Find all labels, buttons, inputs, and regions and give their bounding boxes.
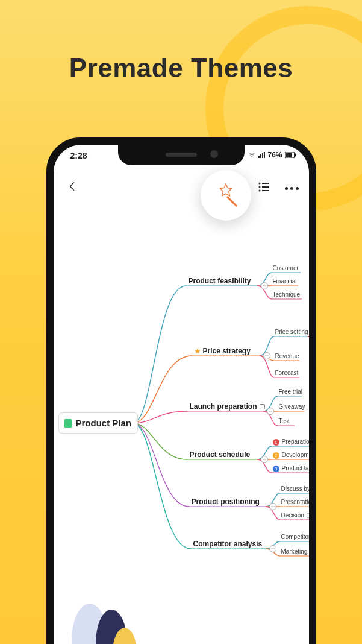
leaf-node[interactable]: Price setting	[275, 329, 308, 336]
leaf-node[interactable]: Decision	[281, 512, 309, 519]
leaf-node[interactable]: Competitor info	[281, 534, 309, 541]
signal-icon	[258, 152, 265, 158]
leaf-node[interactable]: 3Product launch	[273, 465, 309, 473]
leaf-node[interactable]: 1Preparation	[273, 438, 309, 446]
leaf-node[interactable]: Test	[279, 418, 290, 425]
expander-icon[interactable]	[269, 503, 276, 510]
svg-point-8	[258, 190, 260, 192]
chevron-left-icon	[66, 180, 79, 193]
star-icon: ★	[195, 347, 201, 355]
leaf-node[interactable]: Marketing research	[281, 548, 309, 555]
svg-point-6	[258, 186, 260, 188]
branch-product-positioning[interactable]: Product positioning	[192, 497, 260, 506]
leaf-node[interactable]: Presentation	[281, 499, 309, 506]
leaf-node[interactable]: Financial	[273, 278, 297, 285]
headline-area: Premade Themes	[0, 49, 362, 87]
note-icon	[307, 513, 309, 518]
status-right: 76%	[248, 151, 295, 159]
root-label: Product Plan	[76, 418, 132, 428]
priority-2-icon: 2	[273, 452, 279, 459]
page-title: Premade Themes	[67, 49, 295, 87]
branch-product-feasibility[interactable]: Product feasibility	[189, 277, 251, 285]
dot-icon	[296, 187, 299, 190]
priority-3-icon: 3	[273, 466, 279, 472]
svg-line-3	[227, 197, 236, 206]
svg-rect-2	[295, 154, 296, 157]
leaf-node[interactable]: Discuss by team	[281, 485, 309, 493]
dot-icon	[285, 187, 288, 190]
svg-point-4	[258, 183, 260, 185]
expander-icon[interactable]	[261, 456, 268, 463]
branch-competitor-analysis[interactable]: Competitor analysis	[193, 540, 263, 548]
branch-product-schedule[interactable]: Product schedule	[190, 450, 251, 459]
branch-price-strategy[interactable]: ★Price strategy	[195, 347, 251, 355]
expander-icon[interactable]	[269, 545, 276, 552]
status-battery: 76%	[267, 151, 282, 159]
leaf-node[interactable]: 2Development	[273, 452, 309, 459]
theme-wand-fab[interactable]	[201, 170, 251, 221]
mindmap-root-node[interactable]: Product Plan	[58, 412, 139, 434]
leaf-node[interactable]: Free trial	[279, 388, 302, 396]
leaf-node[interactable]: Revenue	[275, 353, 299, 360]
note-icon	[260, 404, 265, 409]
expander-icon[interactable]	[261, 282, 268, 289]
dot-icon	[290, 187, 293, 190]
notes-icon	[64, 419, 72, 428]
svg-rect-1	[286, 153, 292, 157]
app-top-bar	[54, 171, 309, 213]
leaf-node[interactable]: Technique	[273, 291, 301, 298]
expander-icon[interactable]	[267, 408, 274, 415]
branch-launch-preparation[interactable]: Launch preparation	[190, 402, 265, 411]
status-time: 2:28	[70, 151, 87, 160]
list-icon	[257, 180, 272, 194]
battery-icon	[285, 152, 296, 158]
priority-1-icon: 1	[273, 439, 279, 446]
leaf-node[interactable]: Customer	[273, 265, 299, 272]
wifi-icon	[248, 151, 256, 159]
plant-illustration	[64, 582, 143, 644]
phone-frame: 2:28 76%	[46, 137, 316, 644]
more-button[interactable]	[284, 180, 301, 197]
leaf-node[interactable]: Giveaway	[279, 403, 305, 411]
mindmap-canvas[interactable]: Product Plan Product feasibility ★Price …	[54, 235, 309, 644]
expander-icon[interactable]	[263, 352, 270, 359]
phone-notch	[118, 145, 245, 165]
outline-list-button[interactable]	[257, 180, 274, 197]
magic-wand-icon	[212, 182, 240, 209]
leaf-node[interactable]: Forecast	[275, 370, 299, 377]
phone-screen: 2:28 76%	[54, 145, 309, 644]
back-button[interactable]	[66, 180, 83, 197]
